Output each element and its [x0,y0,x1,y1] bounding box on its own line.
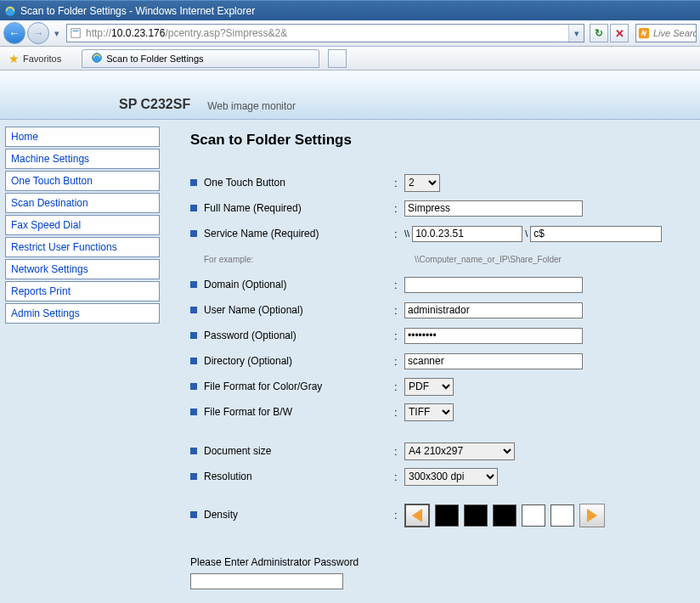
fileformat-color-label: File Format for Color/Gray [204,380,322,392]
bullet-icon [190,409,197,415]
sidebar-item-restrict-user-functions[interactable]: Restrict User Functions [5,237,160,257]
domain-label: Domain (Optional) [204,279,286,290]
search-provider-icon [636,27,652,39]
arrow-left-icon: ← [8,27,20,39]
favorites-button[interactable]: ★ Favoritos [3,49,66,68]
device-model: SP C232SF [119,97,190,112]
sidebar-item-network-settings[interactable]: Network Settings [5,259,160,279]
address-text: http://10.0.23.176/pcentry.asp?Simpress&… [84,27,568,39]
arrow-right-icon [587,509,597,522]
svg-rect-2 [73,31,79,32]
fileformat-color-select[interactable]: PDF [404,378,454,396]
bullet-icon [190,332,197,339]
sidebar-item-scan-destination[interactable]: Scan Destination [5,193,160,213]
density-level-2[interactable] [464,504,488,527]
stop-icon: ✕ [615,27,624,40]
service-host-input[interactable] [412,226,522,242]
stop-button[interactable]: ✕ [610,24,629,42]
bullet-icon [190,230,197,237]
sidebar-item-home[interactable]: Home [5,127,160,147]
bullet-icon [190,205,197,211]
docsize-select[interactable]: A4 210x297 [404,442,515,460]
sidebar-item-machine-settings[interactable]: Machine Settings [5,149,160,169]
browser-navbar: ← → ▾ http://10.0.23.176/pcentry.asp?Sim… [0,20,700,47]
bullet-icon [190,448,197,454]
fileformat-bw-select[interactable]: TIFF [404,403,454,421]
browser-tab[interactable]: Scan to Folder Settings [82,49,319,68]
svg-rect-1 [71,29,81,38]
content-area: Home Machine Settings One Touch Button S… [0,120,700,603]
service-prefix: \\ [404,228,409,239]
main-panel: Scan to Folder Settings One Touch Button… [165,120,700,603]
password-input[interactable] [404,328,583,344]
density-level-3[interactable] [493,504,517,527]
density-increase-button[interactable] [579,504,605,527]
bullet-icon [190,383,197,390]
sidebar-item-reports-print[interactable]: Reports Print [5,281,160,302]
service-sep: \ [525,228,528,239]
bullet-icon [190,307,197,313]
resolution-label: Resolution [204,471,252,482]
density-strip [404,504,605,527]
arrow-right-icon: → [32,27,44,39]
username-input[interactable] [404,302,583,318]
search-placeholder: Live Search [652,28,696,38]
sidebar: Home Machine Settings One Touch Button S… [0,120,165,603]
fullname-label: Full Name (Required) [204,202,302,214]
forward-button[interactable]: → [27,22,49,44]
page-title: Scan to Folder Settings [190,132,692,149]
refresh-icon: ↻ [595,27,603,39]
back-button[interactable]: ← [3,22,25,44]
directory-label: Directory (Optional) [204,355,292,367]
density-decrease-button[interactable] [404,504,430,527]
window-title: Scan to Folder Settings - Windows Intern… [20,5,255,17]
sidebar-item-one-touch-button[interactable]: One Touch Button [5,171,160,191]
page-subtitle: Web image monitor [207,100,296,112]
sidebar-item-admin-settings[interactable]: Admin Settings [5,303,160,324]
onetouch-label: One Touch Button [204,177,285,189]
bullet-icon [190,358,197,364]
density-level-4[interactable] [522,504,545,527]
page-icon [67,27,84,39]
page: SP C232SF Web image monitor Home Machine… [0,70,700,603]
new-tab-button[interactable] [328,49,347,68]
density-label: Density [204,509,238,521]
docsize-label: Document size [204,445,271,457]
admin-password-input[interactable] [190,573,343,589]
search-box[interactable]: Live Search [635,24,697,42]
bullet-icon [190,473,197,480]
username-label: User Name (Optional) [204,304,303,316]
address-bar[interactable]: http://10.0.23.176/pcentry.asp?Simpress&… [66,24,584,42]
sidebar-item-fax-speed-dial[interactable]: Fax Speed Dial [5,215,160,235]
service-share-input[interactable] [530,226,662,242]
tab-title: Scan to Folder Settings [106,54,203,64]
nav-history-dropdown[interactable]: ▾ [51,28,63,39]
refresh-button[interactable]: ↻ [590,24,608,42]
password-label: Password (Optional) [204,330,296,341]
servicename-label: Service Name (Required) [204,228,319,240]
star-icon: ★ [8,52,20,65]
favorites-label: Favoritos [23,54,61,64]
bullet-icon [190,511,197,518]
domain-input[interactable] [404,277,583,293]
bullet-icon [190,179,197,186]
tab-page-icon [91,52,103,65]
favorites-bar: ★ Favoritos Scan to Folder Settings [0,47,700,70]
ie-icon [3,4,17,18]
resolution-select[interactable]: 300x300 dpi [404,468,498,486]
example-hint: \\Computer_name_or_IP\Share_Folder [404,255,562,264]
arrow-left-icon [412,509,422,522]
address-dropdown[interactable]: ▾ [568,25,584,42]
onetouch-select[interactable]: 2 [404,174,440,192]
admin-password-section: Please Enter Administrator Password [190,556,692,589]
density-level-5[interactable] [550,504,574,527]
admin-password-label: Please Enter Administrator Password [190,556,692,568]
bullet-icon [190,281,197,288]
example-label: For example: [204,255,253,264]
window-titlebar: Scan to Folder Settings - Windows Intern… [0,0,700,20]
fileformat-bw-label: File Format for B/W [204,406,292,418]
directory-input[interactable] [404,353,583,369]
page-header: SP C232SF Web image monitor [0,70,700,120]
density-level-1[interactable] [435,504,459,527]
fullname-input[interactable] [404,200,583,217]
